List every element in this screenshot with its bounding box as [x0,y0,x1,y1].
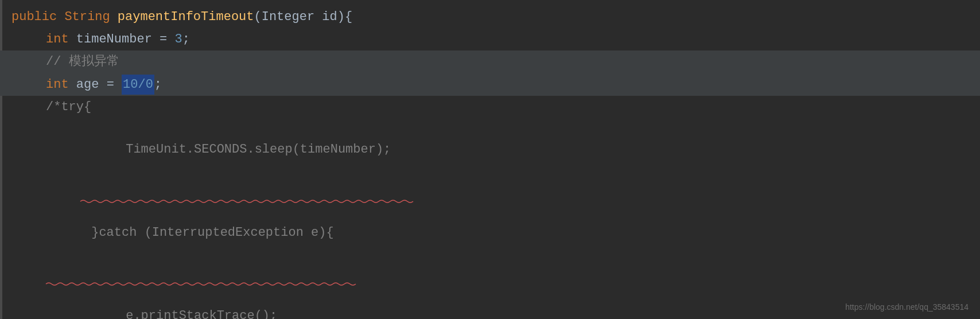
watermark: https://blog.csdn.net/qq_35843514 [845,301,969,313]
method-name: paymentInfoTimeout [118,7,254,27]
code-line-8: e.printStackTrace(); [0,284,980,319]
code-line-7: }catch (InterruptedException e){ [0,201,980,285]
code-editor: public String paymentInfoTimeout(Integer… [0,0,980,319]
semicolon-2: ; [154,75,162,95]
keyword-int-2: int [46,75,76,95]
comment-try-open: /*try{ [46,97,91,117]
brace-open: { [345,7,352,27]
catch-line: }catch (InterruptedException e){ [46,203,334,283]
var-age: age [76,75,107,95]
param-name: id [322,7,337,27]
code-timeunit: TimeUnit.SECONDS.sleep(timeNumber); [126,142,391,157]
var-timenumber: timeNumber [76,29,160,49]
paren-open: ( [254,7,261,27]
equals-1: = [160,29,174,49]
paren-close: ) [337,7,345,27]
highlight-10-0: 10/0 [122,75,154,95]
code-line-2: int timeNumber = 3; [0,28,980,50]
code-printstacktrace: e.printStackTrace(); [126,309,277,319]
code-line-4: int age = 10/0; [0,73,980,96]
code-catch: }catch (InterruptedException e){ [91,225,333,240]
code-line-3: // 模拟异常 [0,50,980,73]
num-3: 3 [174,29,182,49]
keyword-int-1: int [46,29,76,49]
code-line-1: public String paymentInfoTimeout(Integer… [0,6,980,28]
semicolon-1: ; [182,29,190,49]
param-type: Integer [262,7,322,27]
code-line-5: /*try{ [0,96,980,118]
keyword-string: String [64,7,117,27]
code-line-6: TimeUnit.SECONDS.sleep(timeNumber); [0,118,980,201]
comment-simulate: // 模拟异常 [46,52,119,72]
timeunit-line: TimeUnit.SECONDS.sleep(timeNumber); [80,119,391,200]
keyword-public: public [11,7,64,27]
equals-2: = [107,75,122,95]
printstacktrace-line: e.printStackTrace(); [80,285,277,319]
